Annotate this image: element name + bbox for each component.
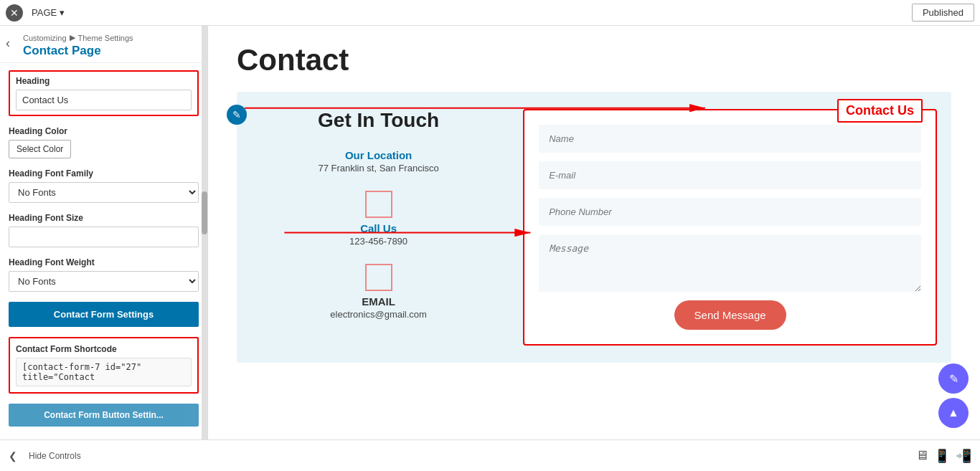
desktop-icon[interactable]: 🖥 (915, 448, 928, 464)
call-icon (365, 191, 392, 218)
heading-color-label: Heading Color (9, 126, 199, 136)
heading-font-size-label: Heading Font Size (9, 213, 199, 223)
breadcrumb-arrow: ▶ (70, 33, 75, 42)
email-icon (365, 264, 392, 291)
tablet-icon[interactable]: 📱 (934, 448, 950, 464)
contact-section: ✎ Get In Touch Our Location 77 Franklin … (237, 92, 951, 363)
breadcrumb-root: Customizing (23, 34, 67, 42)
published-button[interactable]: Published (912, 4, 974, 22)
fab-edit-button[interactable]: ✎ (938, 363, 969, 394)
preview-page-title: Contact (237, 43, 951, 77)
email-input[interactable] (539, 161, 921, 189)
call-value: 123-456-7890 (251, 236, 506, 247)
phone-input[interactable] (539, 198, 921, 226)
heading-font-weight-label: Heading Font Weight (9, 257, 199, 267)
heading-font-family-select[interactable]: No Fonts Arial Helvetica Georgia (9, 182, 199, 203)
contact-us-annotation: Contact Us (837, 99, 923, 123)
close-button[interactable]: ✕ (6, 4, 23, 22)
top-bar: ✕ PAGE ▾ Published (0, 0, 980, 26)
section-title: Get In Touch (251, 109, 506, 132)
device-icons: 🖥 📱 📲 (915, 448, 971, 464)
heading-font-size-input[interactable] (9, 227, 199, 247)
back-button[interactable]: ‹ (0, 36, 16, 51)
email-label: EMAIL (251, 295, 506, 308)
shortcode-label: Contact Form Shortcode (16, 344, 192, 354)
fab-container: ✎ ▲ (938, 363, 969, 428)
call-block: Call Us 123-456-7890 (251, 191, 506, 247)
mobile-icon[interactable]: 📲 (956, 448, 971, 464)
location-label: Our Location (251, 149, 506, 161)
name-input[interactable] (539, 125, 921, 153)
next-section-partial: Contact Form Button Settin... (44, 410, 164, 420)
sidebar: ‹ Customizing ▶ Theme Settings Contact P… (0, 26, 208, 439)
contact-form-shortcode-group: Contact Form Shortcode [contact-form-7 i… (9, 337, 199, 394)
heading-font-size-group: Heading Font Size (9, 213, 199, 247)
page-dropdown[interactable]: PAGE ▾ (32, 7, 65, 18)
heading-label: Heading (16, 76, 192, 86)
main-layout: ‹ Customizing ▶ Theme Settings Contact P… (0, 26, 980, 439)
email-block: EMAIL electronics@gmail.com (251, 264, 506, 320)
location-value: 77 Franklin st, San Francisco (251, 163, 506, 173)
bottom-bar: ❮ Hide Controls 🖥 📱 📲 (0, 439, 980, 471)
heading-color-group: Heading Color Select Color (9, 126, 199, 158)
fab-up-button[interactable]: ▲ (938, 398, 969, 428)
heading-field-group: Heading (9, 70, 199, 116)
hide-controls-label: Hide Controls (29, 451, 81, 461)
heading-font-family-group: Heading Font Family No Fonts Arial Helve… (9, 168, 199, 203)
heading-font-weight-group: Heading Font Weight No Fonts Normal Bold… (9, 257, 199, 292)
contact-left: Get In Touch Our Location 77 Franklin st… (251, 109, 506, 346)
breadcrumb-child: Theme Settings (78, 34, 133, 42)
preview-inner: Contact ✎ Get In Touch Our Location 77 F… (208, 26, 980, 439)
email-value: electronics@gmail.com (251, 309, 506, 320)
scrollbar[interactable] (202, 26, 207, 439)
heading-font-family-label: Heading Font Family (9, 168, 199, 179)
heading-input[interactable] (16, 90, 192, 110)
location-block: Our Location 77 Franklin st, San Francis… (251, 149, 506, 173)
heading-font-weight-select[interactable]: No Fonts Normal Bold 600 (9, 271, 199, 292)
shortcode-value: [contact-form-7 id="27" title="Contact (16, 358, 192, 386)
call-label: Call Us (251, 222, 506, 234)
message-input[interactable] (539, 234, 921, 292)
left-chevron-button[interactable]: ❮ (9, 450, 17, 462)
send-button[interactable]: Send Message (674, 300, 786, 330)
preview-area: Contact ✎ Get In Touch Our Location 77 F… (208, 26, 980, 439)
scrollbar-thumb (202, 191, 207, 234)
top-bar-left: ✕ (6, 4, 23, 22)
contact-form: Send Message (523, 109, 937, 346)
breadcrumb: Customizing ▶ Theme Settings (23, 33, 199, 42)
edit-pencil-icon[interactable]: ✎ (227, 105, 247, 125)
sidebar-title: Contact Page (23, 44, 199, 58)
sidebar-content: Heading Heading Color Select Color Headi… (0, 63, 207, 439)
select-color-button[interactable]: Select Color (9, 140, 71, 158)
contact-form-settings-button[interactable]: Contact Form Settings (9, 302, 199, 327)
sidebar-header: ‹ Customizing ▶ Theme Settings Contact P… (0, 26, 207, 63)
